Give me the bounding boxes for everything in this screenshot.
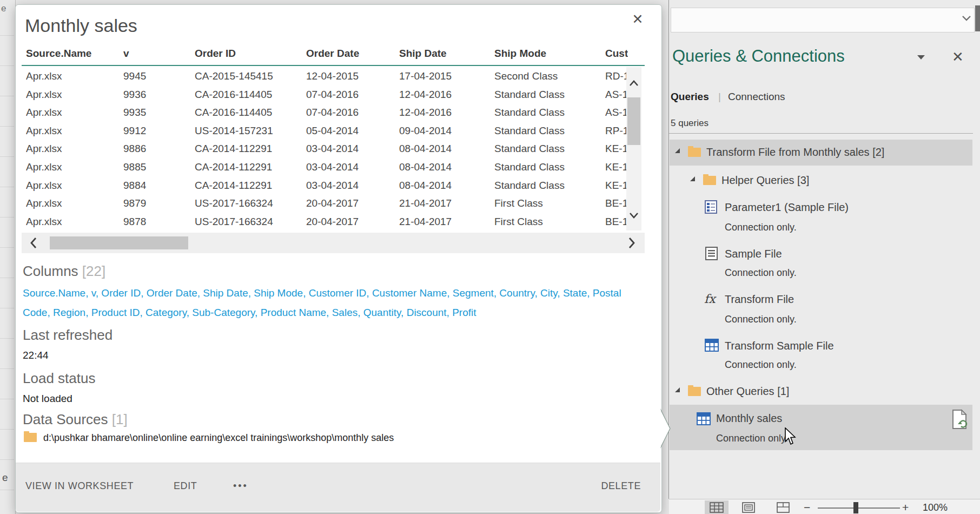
zoom-in-button[interactable]: +: [902, 501, 909, 514]
tab-separator: |: [718, 91, 721, 103]
table-cell: 07-04-2016: [306, 107, 394, 118]
worksheet-gridline: [0, 459, 14, 460]
caret-expanded-icon[interactable]: [675, 148, 680, 153]
table-cell: AS-1: [605, 89, 628, 101]
column-header: v: [123, 48, 188, 60]
chevron-down-icon[interactable]: [962, 15, 971, 22]
worksheet-gridline: [0, 429, 14, 430]
query-peek-title: Monthly sales: [25, 15, 137, 36]
tree-item-parameter1[interactable]: Parameter1 (Sample File): [725, 201, 849, 214]
table-vertical-scroll-thumb[interactable]: [627, 97, 640, 145]
table-cell: 9936: [123, 89, 188, 101]
table-cell: 9884: [123, 180, 188, 192]
columns-count: [22]: [82, 263, 105, 279]
table-row: Apr.xlsx9885CA-2014-11229103-04-201408-0…: [22, 158, 644, 176]
table-cell: KE-1: [605, 143, 628, 155]
column-header: Order ID: [195, 48, 301, 60]
worksheet-gridline: [0, 96, 14, 96]
table-cell: 08-04-2014: [399, 180, 489, 192]
refresh-file-icon[interactable]: [951, 409, 969, 431]
folder-icon: [24, 433, 37, 442]
table-cell: Apr.xlsx: [26, 180, 118, 192]
table-cell: KE-1: [605, 161, 628, 173]
close-icon[interactable]: ✕: [628, 10, 647, 28]
table-cell: 9879: [123, 197, 188, 209]
pane-title: Queries & Connections: [672, 47, 845, 66]
table-cell: Apr.xlsx: [26, 161, 118, 173]
worksheet-gridline: [0, 247, 14, 248]
table-cell: 21-04-2017: [399, 197, 489, 209]
data-source-path: d:\pushkar bhamare\online\online earning…: [43, 432, 394, 444]
table-cell: Apr.xlsx: [26, 89, 118, 101]
zoom-slider-thumb[interactable]: [853, 502, 858, 513]
edit-button[interactable]: EDIT: [174, 480, 197, 492]
table-cell: BE-1: [605, 197, 628, 209]
worksheet-gridline: [0, 187, 14, 187]
tree-item-sample-file[interactable]: Sample File: [725, 248, 782, 260]
tab-queries[interactable]: Queries: [671, 91, 709, 103]
caret-expanded-icon[interactable]: [690, 176, 695, 181]
scroll-down-icon[interactable]: [629, 212, 639, 219]
tree-item-monthly-sales[interactable]: Monthly sales: [716, 412, 782, 425]
scroll-left-icon[interactable]: [30, 237, 37, 249]
tree-item-helper-queries[interactable]: Helper Queries [3]: [721, 174, 809, 187]
pane-menu-icon[interactable]: [916, 54, 926, 60]
zoom-level-label[interactable]: 100%: [923, 502, 948, 513]
scroll-up-icon[interactable]: [629, 80, 639, 87]
load-status-value: Not loaded: [23, 393, 72, 405]
table-cell: 21-04-2017: [399, 216, 489, 228]
connection-status: Connection only.: [725, 222, 797, 233]
table-cell: 05-04-2014: [306, 125, 394, 137]
tab-connections[interactable]: Connections: [728, 91, 785, 103]
delete-button[interactable]: DELETE: [601, 480, 641, 492]
column-header: Ship Date: [399, 48, 489, 60]
table-row: Apr.xlsx9884CA-2014-11229103-04-201408-0…: [22, 176, 644, 195]
close-icon[interactable]: ✕: [952, 49, 964, 65]
table-cell: 9935: [123, 107, 188, 118]
last-refreshed-value: 22:44: [23, 350, 49, 361]
table-cell: Apr.xlsx: [26, 107, 118, 118]
columns-section-heading: Columns [22]: [23, 263, 105, 280]
table-cell: 9885: [123, 161, 188, 173]
zoom-out-button[interactable]: −: [804, 501, 810, 514]
tree-item-transform-file-group[interactable]: Transform File from Monthly sales [2]: [706, 146, 884, 159]
column-header: Order Date: [306, 48, 394, 60]
callout-pointer: [660, 407, 672, 450]
table-cell: Apr.xlsx: [26, 197, 118, 209]
normal-view-icon[interactable]: [710, 502, 724, 513]
table-header-underline: [22, 65, 645, 66]
table-cell: CA-2014-112291: [195, 161, 301, 173]
view-in-worksheet-button[interactable]: VIEW IN WORKSHEET: [25, 480, 134, 492]
connection-status: Connection only.: [725, 314, 797, 325]
tree-item-transform-sample-file[interactable]: Transform Sample File: [725, 340, 834, 352]
table-cell: US-2014-157231: [195, 125, 301, 137]
folder-icon: [703, 176, 716, 185]
tree-item-transform-file[interactable]: Transform File: [725, 293, 794, 306]
page-break-view-icon[interactable]: [777, 502, 790, 513]
table-cell: 20-04-2017: [306, 197, 394, 209]
table-cell: RP-1: [605, 125, 628, 137]
page-layout-view-icon[interactable]: [742, 502, 755, 513]
table-row: Apr.xlsx9936CA-2016-11440507-04-201612-0…: [22, 85, 644, 104]
columns-list: Source.Name, v, Order ID, Order Date, Sh…: [23, 284, 645, 322]
worksheet-gridline: [0, 368, 14, 369]
more-options-button[interactable]: •••: [233, 480, 248, 492]
table-row: Apr.xlsx9879US-2017-16632420-04-201721-0…: [22, 194, 644, 213]
table-vertical-scrollbar[interactable]: [626, 67, 641, 230]
table-horizontal-scroll-thumb[interactable]: [50, 236, 188, 249]
worksheet-gridline: [0, 278, 14, 278]
zoom-slider-track[interactable]: [818, 508, 900, 509]
formula-bar[interactable]: [671, 8, 975, 32]
excel-window: e e Monthly sales ✕ Source.NamevOrder ID…: [0, 0, 980, 514]
table-cell: First Class: [494, 197, 600, 209]
tree-item-other-queries[interactable]: Other Queries [1]: [706, 385, 789, 398]
tree-row-hover[interactable]: [670, 405, 972, 450]
folder-icon: [688, 148, 701, 157]
column-header: Customer: [605, 48, 628, 60]
worksheet-gridline: [0, 217, 14, 218]
table-cell: CA-2015-145415: [195, 70, 301, 82]
table-cell: 08-04-2014: [399, 161, 489, 173]
caret-expanded-icon[interactable]: [675, 387, 680, 392]
last-refreshed-heading: Last refreshed: [23, 327, 112, 344]
scroll-right-icon[interactable]: [628, 237, 635, 249]
